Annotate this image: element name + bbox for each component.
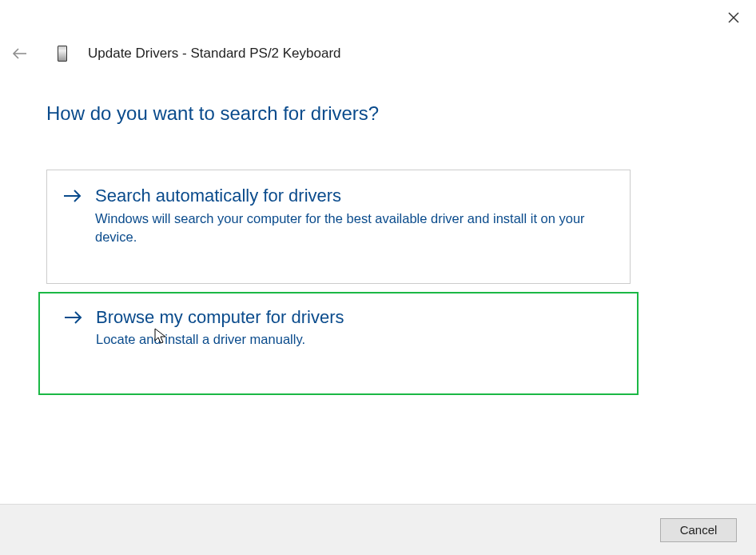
device-icon bbox=[58, 46, 67, 62]
back-arrow-icon bbox=[12, 47, 28, 60]
arrow-right-icon bbox=[63, 188, 82, 207]
page-heading: How do you want to search for drivers? bbox=[46, 102, 638, 125]
option-title: Search automatically for drivers bbox=[95, 185, 614, 208]
option-title: Browse my computer for drivers bbox=[96, 306, 613, 329]
window-title: Update Drivers - Standard PS/2 Keyboard bbox=[88, 46, 341, 62]
arrow-right-icon bbox=[64, 309, 83, 329]
option-browse-computer[interactable]: Browse my computer for drivers Locate an… bbox=[38, 292, 639, 396]
close-button[interactable] bbox=[726, 10, 742, 26]
close-icon bbox=[728, 12, 739, 23]
back-button[interactable] bbox=[10, 43, 30, 64]
cancel-button[interactable]: Cancel bbox=[660, 518, 737, 542]
option-description: Windows will search your computer for th… bbox=[95, 210, 607, 246]
footer-bar: Cancel bbox=[0, 504, 756, 555]
cancel-button-label: Cancel bbox=[680, 523, 718, 537]
option-search-automatically[interactable]: Search automatically for drivers Windows… bbox=[46, 170, 631, 284]
option-description: Locate and install a driver manually. bbox=[96, 330, 607, 349]
